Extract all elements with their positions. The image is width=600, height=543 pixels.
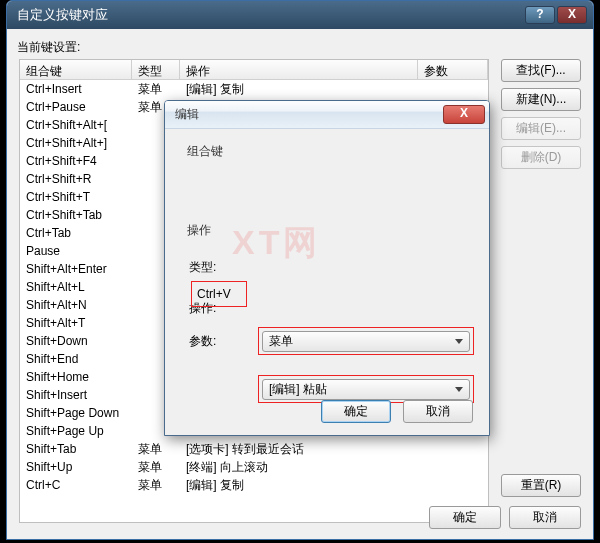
type-combo[interactable]: 菜单 [262, 331, 470, 352]
group-op-label: 操作 [187, 222, 473, 239]
cell-combo: Shift+Insert [20, 386, 132, 404]
cell-combo: Ctrl+C [20, 476, 132, 494]
cell-combo: Shift+Up [20, 458, 132, 476]
find-button[interactable]: 查找(F)... [501, 59, 581, 82]
cell-combo: Shift+Home [20, 368, 132, 386]
table-row[interactable]: Shift+Tab菜单[选项卡] 转到最近会话 [20, 440, 488, 458]
dialog-footer: 确定 取消 [321, 400, 473, 423]
reset-button[interactable]: 重置(R) [501, 474, 581, 497]
cell-param [418, 80, 488, 98]
cell-combo: Shift+Tab [20, 440, 132, 458]
cell-type: 菜单 [132, 476, 180, 494]
ok-button[interactable]: 确定 [429, 506, 501, 529]
cancel-button[interactable]: 取消 [509, 506, 581, 529]
edit-dialog: 编辑 X 组合键 操作 类型: 操作: 参数: Ctrl+V 菜单 [编辑] 粘… [164, 100, 490, 436]
op-combo-outline: [编辑] 粘贴 [258, 375, 474, 403]
type-row: 类型: [181, 259, 473, 276]
col-type[interactable]: 类型 [132, 60, 180, 79]
type-combo-outline: 菜单 [258, 327, 474, 355]
cell-op: [终端] 向上滚动 [180, 458, 418, 476]
window-title: 自定义按键对应 [13, 6, 523, 24]
help-button[interactable]: ? [525, 6, 555, 24]
dialog-titlebar: 编辑 X [165, 101, 489, 129]
dialog-ok-button[interactable]: 确定 [321, 400, 391, 423]
cell-op: [编辑] 复制 [180, 80, 418, 98]
cell-type: 菜单 [132, 440, 180, 458]
cell-combo: Shift+Alt+L [20, 278, 132, 296]
cell-combo: Pause [20, 242, 132, 260]
cell-combo: Ctrl+Insert [20, 80, 132, 98]
cell-type: 菜单 [132, 458, 180, 476]
cell-combo: Ctrl+Shift+Alt+] [20, 134, 132, 152]
cell-op: [编辑] 复制 [180, 476, 418, 494]
cell-combo: Shift+End [20, 350, 132, 368]
side-buttons: 查找(F)... 新建(N)... 编辑(E)... 删除(D) [501, 59, 581, 169]
table-row[interactable]: Ctrl+C菜单[编辑] 复制 [20, 476, 488, 494]
table-header: 组合键 类型 操作 参数 [20, 60, 488, 80]
delete-button: 删除(D) [501, 146, 581, 169]
op-combo[interactable]: [编辑] 粘贴 [262, 379, 470, 400]
table-row[interactable]: Ctrl+Insert菜单[编辑] 复制 [20, 80, 488, 98]
edit-button: 编辑(E)... [501, 117, 581, 140]
col-combo[interactable]: 组合键 [20, 60, 132, 79]
dialog-title: 编辑 [175, 106, 443, 123]
cell-combo: Ctrl+Tab [20, 224, 132, 242]
titlebar: 自定义按键对应 ? X [7, 1, 593, 29]
cell-param [418, 476, 488, 494]
cell-combo: Ctrl+Shift+Alt+[ [20, 116, 132, 134]
cell-param [418, 440, 488, 458]
cell-combo: Shift+Page Down [20, 404, 132, 422]
chevron-down-icon [455, 339, 463, 344]
dialog-close-button[interactable]: X [443, 105, 485, 124]
cell-combo: Shift+Alt+T [20, 314, 132, 332]
dialog-cancel-button[interactable]: 取消 [403, 400, 473, 423]
combo-value-box[interactable]: Ctrl+V [191, 281, 247, 307]
group-combo-label: 组合键 [187, 143, 473, 160]
chevron-down-icon [455, 387, 463, 392]
cell-combo: Ctrl+Shift+R [20, 170, 132, 188]
cell-op: [选项卡] 转到最近会话 [180, 440, 418, 458]
cell-combo: Shift+Page Up [20, 422, 132, 440]
op-combo-value: [编辑] 粘贴 [269, 381, 327, 398]
combo-value: Ctrl+V [197, 287, 231, 301]
cell-param [418, 458, 488, 476]
col-op[interactable]: 操作 [180, 60, 418, 79]
main-footer: 确定 取消 [429, 506, 581, 529]
cell-combo: Shift+Alt+N [20, 296, 132, 314]
close-button[interactable]: X [557, 6, 587, 24]
cell-combo: Shift+Alt+Enter [20, 260, 132, 278]
cell-combo: Ctrl+Shift+Tab [20, 206, 132, 224]
cell-combo: Ctrl+Pause [20, 98, 132, 116]
dialog-body: 组合键 操作 类型: 操作: 参数: Ctrl+V 菜单 [编辑] 粘贴 [165, 129, 489, 435]
table-row[interactable]: Shift+Up菜单[终端] 向上滚动 [20, 458, 488, 476]
cell-type: 菜单 [132, 80, 180, 98]
type-label: 类型: [181, 259, 233, 276]
type-combo-value: 菜单 [269, 333, 293, 350]
new-button[interactable]: 新建(N)... [501, 88, 581, 111]
cell-combo: Ctrl+Shift+F4 [20, 152, 132, 170]
cell-combo: Ctrl+Shift+T [20, 188, 132, 206]
col-param[interactable]: 参数 [418, 60, 488, 79]
cell-combo: Shift+Down [20, 332, 132, 350]
current-keys-label: 当前键设置: [17, 39, 583, 56]
